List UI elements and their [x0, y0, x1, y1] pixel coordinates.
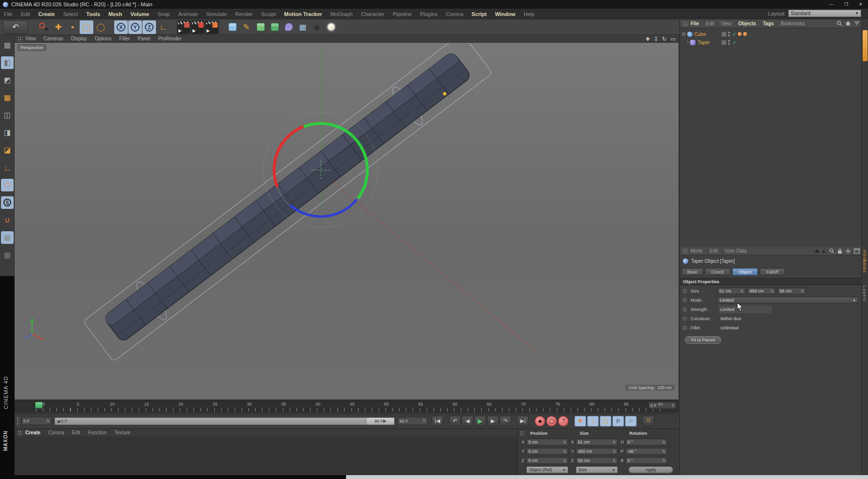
am-menu-user-data[interactable]: User Data: [725, 248, 746, 254]
add-deformer-button[interactable]: [268, 20, 281, 34]
add-volume-button[interactable]: [282, 20, 295, 34]
tab-object[interactable]: Object: [732, 268, 758, 275]
menu-item-edit[interactable]: Edit: [21, 11, 30, 17]
timeline-playhead[interactable]: [35, 402, 43, 409]
render-picture-viewer-button[interactable]: ▶: [191, 20, 205, 34]
next-key-button[interactable]: ↷: [500, 416, 511, 427]
menu-item-mesh[interactable]: Mesh: [108, 11, 122, 17]
add-generator-button[interactable]: [254, 20, 267, 34]
anim-toggle-icon[interactable]: [683, 326, 687, 330]
object-axis-mode-button[interactable]: ∟: [1, 161, 14, 174]
range-end-handle[interactable]: 90 F ▶: [366, 418, 394, 425]
menu-item-help[interactable]: Help: [524, 11, 535, 17]
settings-gear-icon[interactable]: [845, 248, 851, 254]
menu-item-create[interactable]: Create: [38, 11, 55, 17]
end-frame-spinner[interactable]: 90 F⇅: [398, 417, 428, 425]
play-forwards-button[interactable]: ▶: [474, 416, 486, 427]
menu-item-plugins[interactable]: Plugins: [420, 11, 437, 17]
menu-item-tools[interactable]: Tools: [87, 11, 101, 17]
maximize-button[interactable]: ❐: [839, 0, 853, 9]
mode-option-limited[interactable]: Limited: [718, 306, 772, 313]
position-x-field[interactable]: 0 cm⇅: [526, 439, 568, 445]
object-row-taper[interactable]: └Taper✓: [682, 38, 737, 46]
material-menu-grip[interactable]: [17, 430, 22, 435]
add-cube-button[interactable]: [226, 20, 239, 34]
texture-mode-button[interactable]: ◩: [1, 74, 14, 86]
frame-label-10[interactable]: 10: [110, 402, 115, 407]
frame-label-65[interactable]: 65: [486, 402, 491, 407]
viewport-menu-panel[interactable]: Panel: [138, 36, 151, 41]
apply-button[interactable]: Apply: [628, 466, 673, 473]
keyframe-pla-toggle[interactable]: ∷: [625, 416, 637, 427]
coords-size-dropdown[interactable]: Size▼: [576, 466, 618, 473]
frame-label-60[interactable]: 60: [452, 402, 457, 407]
om-menu-file[interactable]: File: [691, 21, 699, 26]
polygons-mode-button[interactable]: ◪: [1, 144, 14, 156]
record-options-button[interactable]: ?: [558, 416, 569, 427]
material-manager-area[interactable]: [15, 436, 517, 475]
viewport-menu-filter[interactable]: Filter: [119, 36, 130, 41]
menu-item-script[interactable]: Script: [471, 11, 486, 17]
am-search-icon[interactable]: [829, 248, 834, 254]
history-back-icon[interactable]: ◀: [815, 248, 818, 254]
visibility-dots[interactable]: [728, 39, 731, 45]
tab-falloff[interactable]: Falloff: [760, 268, 785, 275]
last-used-tool[interactable]: ◯: [94, 20, 107, 34]
zoom-view-icon[interactable]: ↧: [654, 36, 658, 42]
toggle-view-icon[interactable]: ▭: [671, 36, 676, 42]
object-manager-side-tab[interactable]: [863, 30, 868, 61]
menu-item-mograph[interactable]: MoGraph: [330, 11, 353, 17]
frame-label-5[interactable]: 5: [77, 402, 79, 407]
layers-side-tab[interactable]: Layers: [862, 286, 867, 302]
anim-toggle-icon[interactable]: [683, 317, 687, 321]
anim-toggle-icon[interactable]: [683, 289, 687, 293]
keying-settings-button[interactable]: ⠿: [642, 416, 654, 427]
position-z-field[interactable]: 0 cm⇅: [526, 457, 568, 464]
object-name-cube[interactable]: Cube: [694, 32, 720, 37]
am-menu-edit[interactable]: Edit: [710, 248, 718, 254]
frame-label-35[interactable]: 35: [281, 402, 286, 407]
menu-item-volume[interactable]: Volume: [130, 11, 149, 17]
frame-label-55[interactable]: 55: [418, 402, 423, 407]
object-row-cube[interactable]: ⊟Cube✓: [682, 30, 747, 38]
size-field-z[interactable]: 56 cm⇅: [778, 288, 806, 294]
workplane-mode-button[interactable]: ▦: [1, 91, 14, 104]
scale-tool[interactable]: ▪: [66, 20, 79, 34]
add-light-button[interactable]: [324, 20, 338, 34]
magnet-button[interactable]: ∪: [1, 214, 14, 226]
frame-label-70[interactable]: 70: [521, 402, 526, 407]
size-z-field[interactable]: 56 cm⇅: [576, 457, 618, 464]
enabled-check-icon[interactable]: ✓: [732, 40, 736, 45]
enabled-check-icon[interactable]: ✓: [732, 32, 736, 37]
menu-item-corona[interactable]: Corona: [446, 11, 463, 17]
frame-label-20[interactable]: 20: [178, 402, 183, 407]
size-x-field[interactable]: 61 cm⇅: [576, 439, 618, 445]
layout-dropdown[interactable]: Standard▼: [788, 10, 861, 17]
layer-chip[interactable]: [721, 32, 727, 37]
taper-handle-dot[interactable]: [443, 92, 447, 96]
rotation-h-field[interactable]: 0 °⇅: [625, 439, 667, 445]
om-menu-bookmarks[interactable]: Bookmarks: [781, 21, 805, 26]
transport-grip[interactable]: [17, 417, 19, 426]
timeline-ruler[interactable]: 0 F⇅ 05101520253035404550556065707580859…: [15, 400, 678, 413]
menu-item-pipeline[interactable]: Pipeline: [393, 11, 412, 17]
om-menu-objects[interactable]: Objects: [738, 21, 756, 26]
frame-label-45[interactable]: 45: [349, 402, 354, 407]
coordinates-grip[interactable]: [520, 431, 524, 436]
frame-label-90[interactable]: 90: [658, 402, 663, 407]
points-mode-button[interactable]: ◫: [1, 109, 14, 121]
record-keyframe-button[interactable]: ◆: [535, 416, 545, 427]
start-frame-spinner[interactable]: 0 F⇅: [21, 417, 52, 425]
anim-toggle-icon[interactable]: [683, 298, 687, 302]
attribute-manager-grip[interactable]: [683, 249, 688, 254]
position-y-field[interactable]: 0 cm⇅: [526, 448, 568, 455]
om-menu-tags[interactable]: Tags: [763, 21, 774, 26]
material-menu-create[interactable]: Create: [25, 430, 40, 435]
menu-item-file[interactable]: File: [4, 11, 13, 17]
rotation-b-field[interactable]: 0 °⇅: [625, 457, 667, 464]
object-manager-grip[interactable]: [683, 21, 688, 26]
previous-key-button[interactable]: ↶: [449, 416, 461, 427]
live-selection-tool[interactable]: ➤: [37, 20, 51, 34]
perspective-viewport[interactable]: Perspective: [15, 43, 678, 399]
add-environment-button[interactable]: ▦: [296, 20, 310, 34]
